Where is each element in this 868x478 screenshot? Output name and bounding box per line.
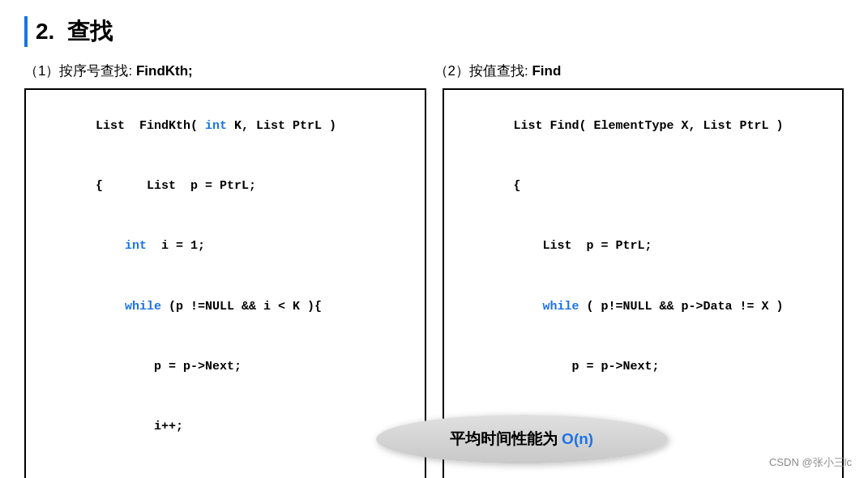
section-title-text: 查找 [67, 19, 113, 44]
text-segment: ( p!=NULL && p->Data != X ) [579, 300, 784, 314]
section-number: 2. [36, 19, 54, 44]
code-line-f5: p = p->Next; [455, 337, 832, 397]
code-line-6: i++; [37, 397, 413, 457]
text-segment: { List p = PtrL; [96, 179, 256, 193]
code-line-2: { List p = PtrL; [37, 156, 413, 216]
text-segment: p = p->Next; [514, 360, 660, 373]
while-keyword-f: while [543, 300, 579, 314]
footer-text: CSDN @张小三lc [769, 456, 852, 468]
callout-prefix: 平均时间性能为 [450, 430, 562, 447]
page-container: 2. 查找 （1）按序号查找: FindKth; （2）按值查找: Find L… [0, 0, 868, 478]
subtitle-left-name: FindKth; [136, 63, 193, 79]
text-segment [514, 300, 543, 314]
subtitle-right-name: Find [532, 63, 561, 79]
text-segment [96, 300, 125, 314]
callout-text: 平均时间性能为 O(n) [450, 429, 593, 450]
text-segment: i = 1; [147, 239, 205, 253]
subtitles-row: （1）按序号查找: FindKth; （2）按值查找: Find [24, 62, 844, 80]
code-line-3: int i = 1; [37, 217, 413, 277]
code-line-5: p = p->Next; [37, 337, 413, 397]
int-keyword: int [205, 119, 227, 133]
code-line-f2: { [455, 156, 832, 216]
code-line-f1: List Find( ElementType X, List PtrL ) [455, 96, 832, 156]
callout-highlight: O(n) [562, 430, 593, 447]
text-segment: p = p->Next; [96, 360, 242, 373]
while-keyword: while [125, 300, 161, 314]
subtitle-left-prefix: （1）按序号查找: [24, 63, 136, 79]
text-segment: List p = PtrL; [514, 239, 652, 253]
callout-oval: 平均时间性能为 O(n) [376, 415, 668, 463]
findkth-code-block: List FindKth( int K, List PtrL ) { List … [24, 88, 426, 478]
text-segment: List FindKth( [96, 119, 205, 133]
text-segment: (p !=NULL && i < K ){ [161, 300, 322, 314]
code-line-1: List FindKth( int K, List PtrL ) [37, 96, 413, 156]
code-line-f3: List p = PtrL; [455, 217, 832, 277]
footer: CSDN @张小三lc [769, 455, 852, 470]
section-heading: 2. 查找 [36, 16, 113, 47]
text-segment: List Find( ElementType X, List PtrL ) [514, 119, 784, 133]
subtitle-right-prefix: （2）按值查找: [434, 63, 532, 79]
text-segment: K, List PtrL ) [227, 119, 336, 133]
text-segment: { [514, 179, 521, 193]
code-line-f4: while ( p!=NULL && p->Data != X ) [455, 277, 832, 337]
subtitle-right: （2）按值查找: Find [434, 62, 844, 80]
code-line-7: } [37, 458, 413, 479]
subtitle-left: （1）按序号查找: FindKth; [24, 62, 434, 80]
text-segment: i++; [96, 420, 183, 433]
code-line-4: while (p !=NULL && i < K ){ [37, 277, 413, 337]
int-keyword-2: int [125, 239, 147, 253]
section-title: 2. 查找 [24, 16, 844, 47]
text-segment [96, 239, 125, 253]
